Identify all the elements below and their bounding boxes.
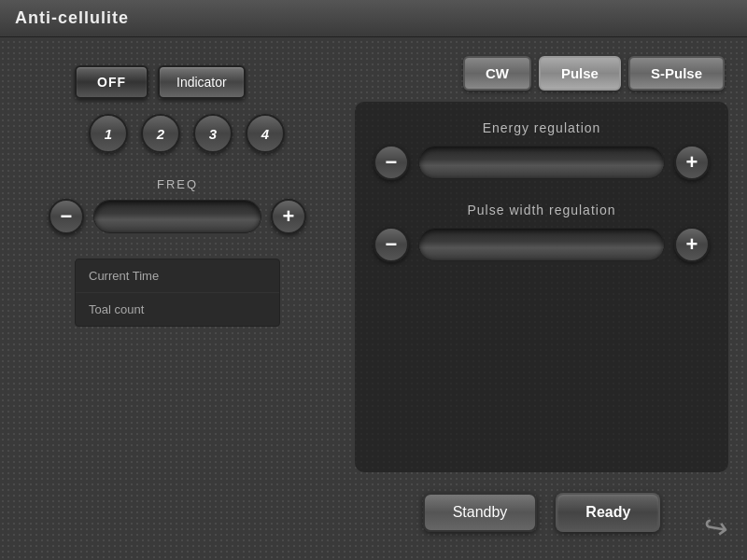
energy-plus-button[interactable]: +: [674, 145, 710, 180]
off-button[interactable]: OFF: [75, 65, 148, 99]
energy-minus-button[interactable]: −: [374, 145, 409, 180]
number-button-1[interactable]: 1: [89, 114, 128, 153]
controls-row: OFF Indicator: [75, 65, 336, 99]
left-panel: OFF Indicator 1 2 3 4 FREQ − + Current T…: [19, 56, 336, 541]
freq-control: − +: [49, 199, 306, 234]
number-button-3[interactable]: 3: [193, 114, 233, 153]
tab-pulse[interactable]: Pulse: [539, 56, 621, 91]
freq-minus-button[interactable]: −: [49, 199, 84, 234]
number-row: 1 2 3 4: [89, 114, 336, 153]
tab-spulse[interactable]: S-Pulse: [628, 56, 725, 91]
freq-plus-button[interactable]: +: [271, 199, 306, 234]
pulse-width-regulation-control: − +: [374, 227, 710, 262]
number-button-4[interactable]: 4: [246, 114, 285, 153]
pulse-width-regulation-label: Pulse width regulation: [374, 203, 710, 217]
title-bar: Anti-cellulite: [0, 0, 747, 37]
total-count-label: Toal count: [76, 293, 279, 326]
freq-section: FREQ − +: [19, 177, 336, 234]
info-box: Current Time Toal count: [75, 259, 280, 327]
right-controls: Energy regulation − + Pulse width regula…: [355, 102, 728, 472]
number-button-2[interactable]: 2: [141, 114, 180, 153]
bottom-buttons: Standby Ready: [355, 483, 728, 541]
energy-regulation-control: − +: [374, 145, 710, 180]
main-content: OFF Indicator 1 2 3 4 FREQ − + Current T…: [0, 37, 747, 560]
energy-slider[interactable]: [418, 146, 665, 179]
page-title: Anti-cellulite: [15, 8, 129, 28]
mode-tabs: CW Pulse S-Pulse: [355, 56, 728, 91]
ready-button[interactable]: Ready: [556, 493, 660, 532]
tab-cw[interactable]: CW: [463, 56, 531, 91]
energy-regulation-label: Energy regulation: [374, 120, 710, 135]
pulse-width-slider[interactable]: [418, 228, 665, 261]
pulse-width-minus-button[interactable]: −: [374, 227, 409, 262]
freq-label: FREQ: [157, 177, 198, 191]
indicator-button[interactable]: Indicator: [158, 65, 246, 99]
freq-slider[interactable]: [93, 200, 261, 233]
pulse-width-plus-button[interactable]: +: [674, 227, 710, 262]
right-panel: CW Pulse S-Pulse Energy regulation − + P…: [355, 56, 728, 541]
standby-button[interactable]: Standby: [423, 493, 538, 532]
energy-regulation-section: Energy regulation − +: [374, 120, 710, 180]
current-time-label: Current Time: [76, 259, 279, 293]
pulse-width-regulation-section: Pulse width regulation − +: [374, 203, 710, 262]
